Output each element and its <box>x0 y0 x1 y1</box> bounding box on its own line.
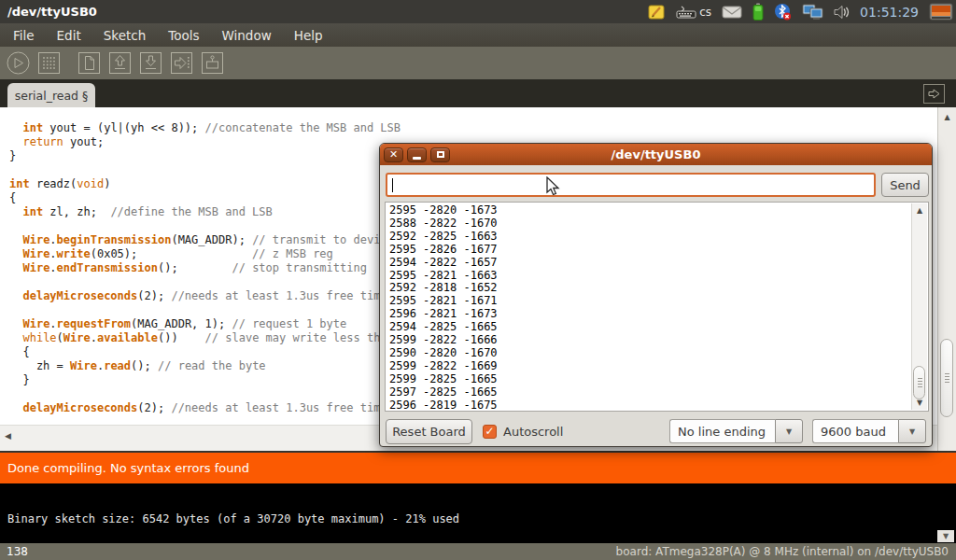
tab-menu-arrow-icon <box>927 88 941 100</box>
screen: /dev/ttyUSB0 cs 01:5 <box>0 0 956 560</box>
reset-board-button[interactable]: Reset Board <box>386 419 472 444</box>
serial-line: 2595 -2821 -1663 <box>389 270 498 283</box>
window-title: /dev/ttyUSB0 <box>0 5 97 19</box>
compile-status-bar: Done compiling. No syntax errors found <box>0 451 956 483</box>
console-scroll-down-button[interactable]: ▼ <box>937 530 954 542</box>
editor-vertical-scrollbar[interactable]: ▲ <box>937 107 956 451</box>
keyboard-layout-icon[interactable]: cs <box>676 6 711 19</box>
menu-sketch[interactable]: Sketch <box>94 25 155 46</box>
upload-icon[interactable] <box>169 50 194 76</box>
network-icon[interactable] <box>802 4 823 21</box>
battery-icon[interactable] <box>752 3 764 21</box>
serial-line: 2595 -2821 -1671 <box>389 295 498 308</box>
notes-icon[interactable] <box>648 4 666 21</box>
line-ending-value: No line ending <box>669 419 775 443</box>
baud-rate-value: 9600 baud <box>812 419 898 443</box>
thumb-grip <box>945 373 949 383</box>
menu-help[interactable]: Help <box>285 25 332 46</box>
dropdown-button[interactable]: ▼ <box>775 419 803 443</box>
serial-monitor-icon[interactable] <box>200 50 225 76</box>
menu-bar: FileEditSketchToolsWindowHelp <box>0 23 956 47</box>
scroll-left-arrow-icon[interactable]: ◀ <box>5 431 11 441</box>
thumb-grip <box>918 378 922 387</box>
console-text: Binary sketch size: 6542 bytes (of a 307… <box>7 512 459 525</box>
send-button-label: Send <box>890 178 921 192</box>
new-sketch-icon[interactable] <box>77 50 102 76</box>
clock[interactable]: 01:51:29 <box>860 5 919 20</box>
serial-input-field[interactable] <box>386 173 876 197</box>
serial-scrollbar-thumb[interactable] <box>913 366 925 399</box>
verify-icon[interactable] <box>6 50 31 76</box>
text-caret <box>392 178 393 192</box>
serial-line: 2599 -2825 -1665 <box>389 373 498 386</box>
baud-rate-select[interactable]: 9600 baud ▼ <box>812 419 926 443</box>
serial-line: 2595 -2826 -1677 <box>389 244 498 257</box>
scroll-down-arrow-icon[interactable]: ▼ <box>912 399 927 407</box>
serial-line: 2596 -2821 -1673 <box>389 308 498 321</box>
minimize-button[interactable] <box>407 147 427 162</box>
minimize-icon <box>413 157 421 160</box>
volume-icon[interactable] <box>834 5 850 20</box>
send-button[interactable]: Send <box>881 173 929 197</box>
serial-line: 2594 -2822 -1657 <box>389 257 498 270</box>
autoscroll-label: Autoscroll <box>503 425 563 439</box>
serial-window-title: /dev/ttyUSB0 <box>380 147 932 161</box>
serial-controls-row: Reset Board ✓ Autoscroll No line ending … <box>380 416 932 446</box>
chevron-down-icon: ▼ <box>786 427 792 436</box>
console-output[interactable]: Binary sketch size: 6542 bytes (of a 307… <box>0 483 956 543</box>
close-button[interactable]: ✕ <box>384 147 403 162</box>
serial-monitor-window: /dev/ttyUSB0 ✕ Send 2595 -2820 -16732588… <box>379 143 933 447</box>
check-icon: ✓ <box>485 426 494 437</box>
serial-line: 2599 -2822 -1669 <box>389 360 498 373</box>
dropdown-button[interactable]: ▼ <box>898 419 926 443</box>
autoscroll-checkbox[interactable]: ✓ <box>483 425 497 439</box>
scroll-down-arrow-icon: ▼ <box>943 532 949 540</box>
menu-edit[interactable]: Edit <box>48 25 91 46</box>
tab-label: serial_read § <box>15 89 89 103</box>
save-icon[interactable] <box>138 50 163 76</box>
board-info: board: ATmega328P(A) @ 8 MHz (internal) … <box>616 545 956 558</box>
serial-output-text: 2595 -2820 -16732588 -2822 -16702592 -28… <box>389 204 498 412</box>
serial-window-titlebar[interactable]: /dev/ttyUSB0 ✕ <box>380 144 932 165</box>
maximize-icon <box>437 151 444 158</box>
line-ending-select[interactable]: No line ending ▼ <box>669 419 803 443</box>
serial-line: 2592 -2825 -1663 <box>389 231 498 244</box>
menu-file[interactable]: File <box>4 25 44 46</box>
menu-tools[interactable]: Tools <box>159 25 208 46</box>
chevron-down-icon: ▼ <box>909 427 915 436</box>
serial-line: 2599 -2822 -1666 <box>389 334 498 347</box>
tab-menu-button[interactable] <box>923 84 945 104</box>
maximize-button[interactable] <box>430 147 450 162</box>
tab-strip: serial_read § <box>0 79 956 107</box>
menu-window[interactable]: Window <box>213 25 281 46</box>
tab-serial-read[interactable]: serial_read § <box>7 83 95 107</box>
reset-board-label: Reset Board <box>392 425 466 439</box>
serial-line: 2595 -2820 -1673 <box>389 204 498 217</box>
serial-line: 2597 -2825 -1665 <box>389 386 498 399</box>
serial-scrollbar[interactable]: ▲ ▼ <box>911 203 927 410</box>
display-icon[interactable] <box>929 3 953 21</box>
serial-line: 2596 -2819 -1675 <box>389 399 498 412</box>
serial-line: 2590 -2820 -1670 <box>389 347 498 360</box>
scroll-up-arrow-icon[interactable]: ▲ <box>912 206 927 215</box>
serial-output-area[interactable]: 2595 -2820 -16732588 -2822 -16702592 -28… <box>385 202 929 412</box>
open-icon[interactable] <box>107 50 133 76</box>
mail-icon[interactable] <box>722 5 742 19</box>
bluetooth-icon[interactable] <box>774 3 792 21</box>
scroll-up-arrow-icon[interactable]: ▲ <box>938 113 956 121</box>
status-message: Done compiling. No syntax errors found <box>0 461 249 475</box>
serial-line: 2594 -2825 -1665 <box>389 321 498 334</box>
serial-line: 2592 -2818 -1652 <box>389 282 498 295</box>
keyboard-layout-label: cs <box>699 6 711 19</box>
close-icon: ✕ <box>389 149 398 160</box>
serial-line: 2588 -2822 -1670 <box>389 217 498 231</box>
system-tray: cs 01:51:29 <box>648 3 956 21</box>
toolbar <box>0 47 956 79</box>
line-number: 138 <box>0 545 28 558</box>
desktop-panel: /dev/ttyUSB0 cs 01:5 <box>0 0 956 23</box>
footer-status-bar: 138 board: ATmega328P(A) @ 8 MHz (intern… <box>0 543 956 560</box>
stop-icon[interactable] <box>36 50 62 76</box>
editor-scrollbar-thumb[interactable] <box>940 339 953 417</box>
